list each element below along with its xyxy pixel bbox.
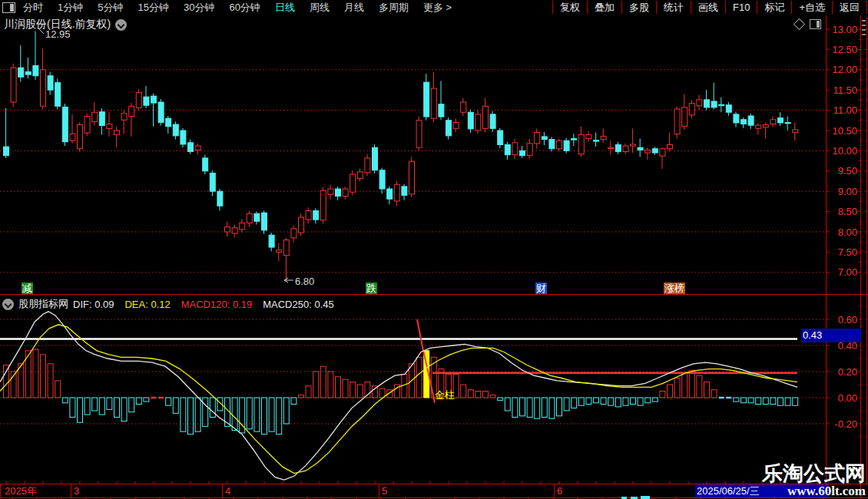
period-tab-0[interactable]: 分时 — [23, 1, 43, 15]
candle[interactable] — [711, 83, 717, 110]
candle[interactable] — [756, 123, 761, 134]
candle[interactable] — [453, 118, 459, 132]
candle[interactable] — [549, 137, 555, 151]
toolbar-button-6[interactable]: 标记 — [757, 1, 791, 14]
candle[interactable] — [387, 187, 393, 204]
candle[interactable] — [490, 111, 495, 132]
candle[interactable] — [343, 187, 348, 200]
period-tab-5[interactable]: 60分钟 — [229, 1, 260, 15]
candle[interactable] — [84, 114, 90, 137]
candle[interactable] — [416, 117, 422, 151]
diamond-icon[interactable] — [793, 18, 806, 31]
candle[interactable] — [217, 189, 223, 211]
candle[interactable] — [527, 139, 532, 159]
candle[interactable] — [689, 100, 694, 118]
marquee-tag-3[interactable]: 涨榜 — [664, 283, 685, 294]
candle[interactable] — [269, 233, 274, 251]
candle[interactable] — [431, 71, 436, 122]
candle[interactable] — [409, 157, 415, 197]
candle[interactable] — [313, 208, 319, 223]
candle[interactable] — [92, 102, 98, 126]
candle[interactable] — [357, 169, 363, 182]
candle[interactable] — [33, 31, 38, 80]
candle[interactable] — [697, 95, 702, 110]
candle[interactable] — [520, 146, 525, 158]
chart-canvas[interactable]: 13.0012.5012.0011.5011.0010.5010.009.509… — [0, 0, 868, 499]
candle[interactable] — [623, 144, 628, 154]
candle[interactable] — [594, 133, 599, 147]
candle[interactable] — [350, 170, 356, 196]
candle[interactable] — [114, 127, 120, 147]
candle[interactable] — [394, 180, 399, 206]
candle[interactable] — [402, 184, 407, 200]
toolbar-button-1[interactable]: 叠加 — [587, 1, 621, 14]
candle[interactable] — [277, 243, 282, 261]
candle[interactable] — [299, 213, 304, 236]
candle[interactable] — [136, 89, 141, 111]
candle[interactable] — [578, 127, 584, 157]
candle[interactable] — [542, 132, 547, 145]
candle[interactable] — [439, 81, 444, 121]
candle[interactable] — [682, 94, 687, 129]
marquee-tag-0[interactable]: 减 — [22, 283, 33, 294]
candle[interactable] — [631, 128, 636, 153]
candle[interactable] — [291, 226, 297, 243]
candle[interactable] — [446, 117, 452, 140]
candle[interactable] — [25, 58, 31, 78]
candle[interactable] — [262, 211, 267, 234]
candle[interactable] — [99, 108, 104, 134]
toolbar-button-3[interactable]: 统计 — [656, 1, 691, 14]
candle[interactable] — [203, 155, 208, 174]
candle[interactable] — [704, 90, 710, 110]
candle[interactable] — [379, 168, 385, 194]
period-tab-10[interactable]: 更多 > — [423, 1, 452, 15]
period-tab-3[interactable]: 15分钟 — [137, 1, 168, 15]
candle[interactable] — [232, 224, 237, 237]
candle[interactable] — [564, 138, 569, 154]
toolbar-button-8[interactable]: 返回 — [832, 1, 867, 14]
period-tab-9[interactable]: 多周期 — [379, 1, 409, 15]
candle[interactable] — [78, 122, 83, 151]
candle[interactable] — [535, 128, 540, 148]
candle[interactable] — [483, 98, 489, 132]
candle[interactable] — [748, 114, 754, 129]
candle[interactable] — [763, 122, 768, 138]
candle[interactable] — [505, 142, 510, 160]
candle[interactable] — [785, 117, 790, 131]
candle[interactable] — [158, 99, 164, 126]
candle[interactable] — [48, 71, 53, 94]
candle[interactable] — [283, 238, 289, 280]
marquee-tag-1[interactable]: 跌 — [366, 283, 377, 294]
candle[interactable] — [734, 112, 739, 127]
candle[interactable] — [195, 144, 200, 155]
candle[interactable] — [557, 139, 562, 152]
candle[interactable] — [254, 212, 260, 225]
candle[interactable] — [601, 128, 606, 142]
candle[interactable] — [512, 139, 518, 159]
toolbar-button-0[interactable]: 复权 — [552, 1, 587, 14]
candle[interactable] — [586, 131, 591, 142]
candle[interactable] — [424, 74, 429, 121]
candle[interactable] — [660, 147, 665, 169]
period-tab-2[interactable]: 5分钟 — [98, 1, 123, 15]
candle[interactable] — [41, 48, 46, 109]
candle[interactable] — [674, 106, 680, 138]
candle[interactable] — [18, 45, 24, 82]
candle[interactable] — [55, 78, 61, 109]
toolbar-button-2[interactable]: 多股 — [621, 1, 656, 14]
period-tab-7[interactable]: 周线 — [310, 1, 330, 15]
candle[interactable] — [793, 122, 798, 140]
candle[interactable] — [62, 104, 68, 146]
candle[interactable] — [166, 116, 171, 134]
candle[interactable] — [645, 147, 651, 160]
candle[interactable] — [461, 98, 466, 116]
marquee-tag-2[interactable]: 财 — [535, 283, 547, 294]
candle[interactable] — [320, 187, 326, 224]
candle[interactable] — [121, 111, 127, 134]
candle[interactable] — [778, 112, 784, 125]
candle[interactable] — [181, 128, 186, 147]
candle[interactable] — [188, 140, 194, 154]
candle[interactable] — [11, 64, 16, 107]
candle[interactable] — [726, 102, 731, 116]
candle[interactable] — [638, 139, 643, 157]
